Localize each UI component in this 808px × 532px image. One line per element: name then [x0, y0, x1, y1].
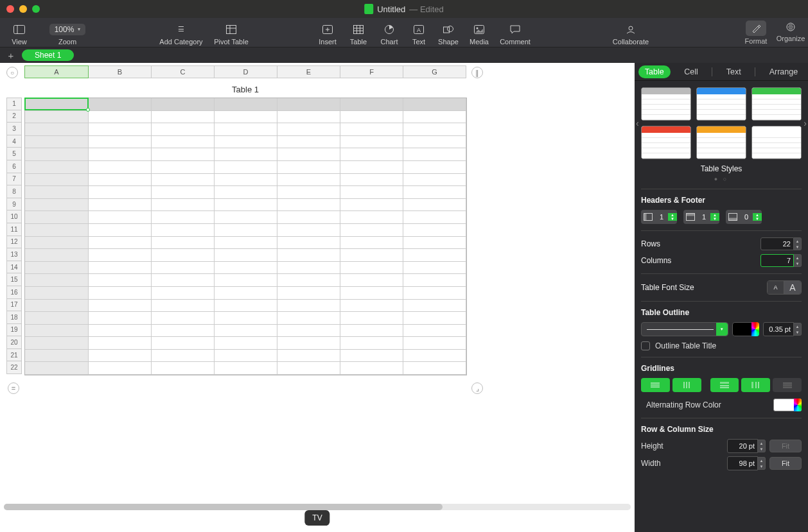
table-icon[interactable]: [353, 25, 364, 34]
table-style-blue[interactable]: [696, 87, 746, 121]
cell[interactable]: [25, 98, 89, 111]
cell[interactable]: [152, 249, 215, 262]
view-icon[interactable]: [13, 25, 25, 34]
table-corner-handle[interactable]: ○: [6, 67, 18, 78]
cell[interactable]: [277, 249, 340, 262]
cell[interactable]: [25, 136, 89, 149]
styles-prev-button[interactable]: ‹: [636, 118, 639, 128]
cell[interactable]: [403, 211, 466, 224]
window-maximize-button[interactable]: [32, 5, 40, 13]
cell[interactable]: [403, 123, 466, 136]
cell[interactable]: [340, 111, 403, 124]
row-header[interactable]: 8: [6, 185, 22, 198]
cell[interactable]: [277, 337, 340, 350]
row-header[interactable]: 7: [6, 173, 22, 186]
cell[interactable]: [215, 186, 277, 199]
cell[interactable]: [403, 224, 466, 237]
cell[interactable]: [152, 325, 215, 338]
cell[interactable]: [340, 211, 403, 224]
cell[interactable]: [89, 237, 152, 250]
window-minimize-button[interactable]: [19, 5, 27, 13]
cell[interactable]: [89, 136, 152, 149]
cell[interactable]: [340, 337, 403, 350]
row-header[interactable]: 19: [6, 324, 22, 337]
header-columns-stepper[interactable]: 1 ▲▼: [641, 210, 677, 224]
gridlines-body-v[interactable]: [672, 378, 701, 392]
cell[interactable]: [89, 224, 152, 237]
cell[interactable]: [25, 174, 89, 187]
cell[interactable]: [25, 325, 89, 338]
outline-color-swatch[interactable]: [732, 322, 759, 336]
resize-table-handle[interactable]: ⌟: [471, 382, 483, 394]
zoom-dropdown[interactable]: 100%▾: [49, 24, 86, 35]
cell[interactable]: [277, 300, 340, 313]
cell[interactable]: [340, 362, 403, 375]
row-header[interactable]: 15: [6, 273, 22, 286]
cell[interactable]: [403, 111, 466, 124]
cell[interactable]: [277, 287, 340, 300]
cell[interactable]: [277, 224, 340, 237]
inspector-tab-arrange[interactable]: Arrange: [763, 65, 804, 78]
column-header-A[interactable]: A: [24, 65, 89, 78]
cell[interactable]: [403, 300, 466, 313]
cell[interactable]: [25, 262, 89, 275]
cell[interactable]: [89, 174, 152, 187]
cell[interactable]: [277, 237, 340, 250]
cell[interactable]: [152, 161, 215, 174]
cell[interactable]: [340, 224, 403, 237]
cell[interactable]: [215, 161, 277, 174]
add-sheet-button[interactable]: +: [4, 49, 18, 61]
table-style-green[interactable]: [751, 87, 802, 121]
row-header[interactable]: 9: [6, 198, 22, 211]
cell[interactable]: [403, 312, 466, 325]
add-category-icon[interactable]: ☰: [178, 25, 184, 33]
cell[interactable]: [277, 274, 340, 287]
cell[interactable]: [340, 237, 403, 250]
cell[interactable]: [89, 337, 152, 350]
col-width-fit-button[interactable]: Fit: [769, 457, 802, 470]
cell[interactable]: [152, 199, 215, 212]
cell[interactable]: [89, 199, 152, 212]
cell[interactable]: [277, 186, 340, 199]
cell[interactable]: [89, 262, 152, 275]
cell[interactable]: [25, 300, 89, 313]
cell[interactable]: [215, 287, 277, 300]
table-style-orange[interactable]: [696, 126, 746, 159]
rows-input[interactable]: ▲▼: [760, 237, 802, 250]
cell[interactable]: [152, 123, 215, 136]
cell[interactable]: [152, 300, 215, 313]
row-header[interactable]: 22: [6, 361, 22, 374]
cell[interactable]: [25, 249, 89, 262]
cell[interactable]: [215, 337, 277, 350]
cell[interactable]: [403, 148, 466, 161]
cell[interactable]: [403, 262, 466, 275]
row-header[interactable]: 2: [6, 110, 22, 123]
inspector-tab-text[interactable]: Text: [720, 65, 748, 78]
cell[interactable]: [152, 362, 215, 375]
cell[interactable]: [152, 148, 215, 161]
cell[interactable]: [215, 312, 277, 325]
spreadsheet-canvas[interactable]: ○ ABCDEFG ‖ Table 1 12345678910111213141…: [0, 63, 635, 532]
cell[interactable]: [340, 300, 403, 313]
cell[interactable]: [215, 350, 277, 363]
table-style-red[interactable]: [641, 126, 691, 159]
row-header[interactable]: 17: [6, 299, 22, 312]
cell[interactable]: [340, 148, 403, 161]
col-width-field[interactable]: 98 pt▲▼: [727, 456, 766, 470]
cell[interactable]: [340, 262, 403, 275]
cell[interactable]: [340, 174, 403, 187]
text-icon[interactable]: A: [414, 25, 424, 34]
cell[interactable]: [340, 161, 403, 174]
cell[interactable]: [152, 237, 215, 250]
columns-input[interactable]: ▲▼: [760, 254, 802, 267]
cell[interactable]: [89, 211, 152, 224]
column-header-D[interactable]: D: [215, 65, 277, 78]
cell[interactable]: [277, 161, 340, 174]
organize-button[interactable]: Organize: [773, 21, 808, 42]
cell[interactable]: [403, 199, 466, 212]
cell[interactable]: [215, 123, 277, 136]
cell[interactable]: [277, 199, 340, 212]
cell[interactable]: [25, 211, 89, 224]
cell[interactable]: [403, 186, 466, 199]
row-header[interactable]: 11: [6, 223, 22, 236]
